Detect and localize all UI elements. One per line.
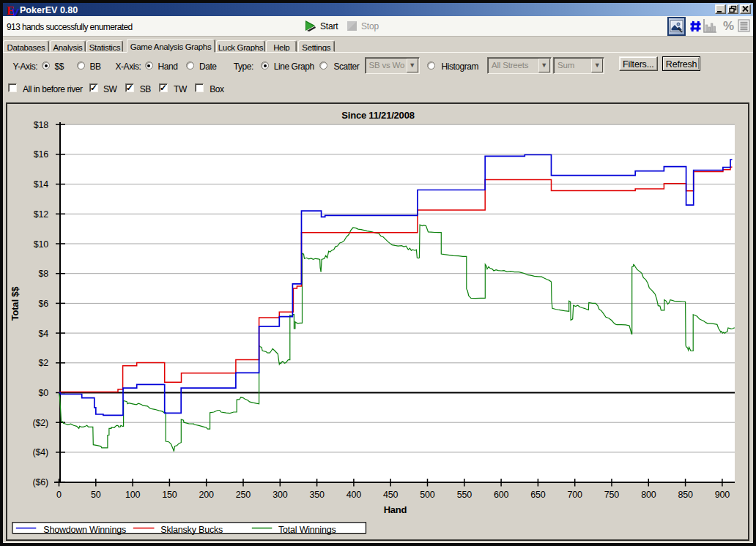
svg-text:650: 650 xyxy=(530,490,546,500)
svg-text:850: 850 xyxy=(678,490,693,500)
svg-text:$12: $12 xyxy=(34,209,49,220)
svg-text:Start: Start xyxy=(320,21,338,31)
svg-text:100: 100 xyxy=(125,490,141,500)
svg-text:350: 350 xyxy=(309,490,325,500)
svg-text:0: 0 xyxy=(56,490,62,500)
svg-text:$6: $6 xyxy=(38,299,48,309)
svg-text:750: 750 xyxy=(604,490,620,500)
svg-text:$2: $2 xyxy=(38,358,48,368)
svg-text:$16: $16 xyxy=(34,149,49,160)
svg-text:50: 50 xyxy=(91,490,101,500)
svg-text:$18: $18 xyxy=(34,120,49,130)
svg-text:450: 450 xyxy=(383,490,399,500)
svg-text:Showdown Winnings: Showdown Winnings xyxy=(43,525,126,535)
svg-text:Total Winnings: Total Winnings xyxy=(278,525,336,535)
svg-text:Since 11/21/2008: Since 11/21/2008 xyxy=(341,110,414,121)
svg-text:$8: $8 xyxy=(38,269,48,279)
svg-text:550: 550 xyxy=(457,490,472,500)
svg-text:800: 800 xyxy=(641,490,656,500)
svg-text:300: 300 xyxy=(273,490,288,500)
svg-text:900: 900 xyxy=(715,490,730,500)
svg-text:Sklansky Bucks: Sklansky Bucks xyxy=(160,525,223,535)
svg-text:$4: $4 xyxy=(38,329,48,339)
svg-text:150: 150 xyxy=(162,490,177,500)
svg-text:200: 200 xyxy=(199,490,215,500)
svg-text:600: 600 xyxy=(494,490,509,500)
svg-text:$0: $0 xyxy=(38,388,48,398)
svg-text:$10: $10 xyxy=(34,239,49,250)
svg-text:($6): ($6) xyxy=(33,477,48,487)
svg-text:250: 250 xyxy=(236,490,251,500)
svg-text:Stop: Stop xyxy=(361,21,379,31)
svg-text:($4): ($4) xyxy=(33,447,48,457)
svg-text:400: 400 xyxy=(346,490,362,500)
svg-text:Hand: Hand xyxy=(384,504,407,515)
svg-text:$14: $14 xyxy=(34,179,49,190)
svg-text:500: 500 xyxy=(420,490,435,500)
svg-text:700: 700 xyxy=(568,490,583,500)
svg-text:Total $$: Total $$ xyxy=(10,286,21,321)
svg-text:($2): ($2) xyxy=(33,418,48,428)
